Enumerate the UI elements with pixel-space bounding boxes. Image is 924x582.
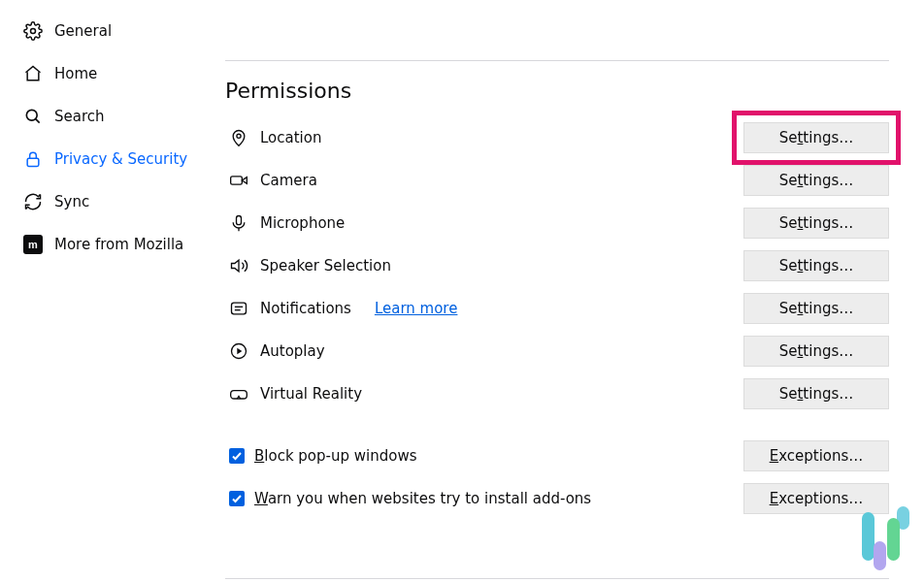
autoplay-settings-button[interactable]: Settings… bbox=[743, 336, 889, 367]
svg-rect-12 bbox=[232, 303, 247, 314]
microphone-settings-button[interactable]: Settings… bbox=[743, 208, 889, 239]
permission-label: Notifications bbox=[260, 300, 351, 317]
mozilla-icon: m bbox=[23, 235, 43, 254]
warn-addons-label: Warn you when websites try to install ad… bbox=[254, 490, 591, 507]
svg-rect-7 bbox=[231, 177, 243, 184]
speaker-settings-button[interactable]: Settings… bbox=[743, 250, 889, 281]
gear-icon bbox=[23, 21, 43, 41]
permission-label: Camera bbox=[260, 172, 317, 189]
sidebar-item-label: More from Mozilla bbox=[54, 236, 183, 253]
lock-icon bbox=[23, 149, 43, 169]
sidebar-item-more-mozilla[interactable]: m More from Mozilla bbox=[0, 223, 225, 266]
permission-row-vr: Virtual Reality Settings… bbox=[225, 372, 889, 415]
permission-label: Autoplay bbox=[260, 342, 325, 360]
checkbox-row-block-popups: Block pop-up windows Exceptions… bbox=[225, 435, 889, 477]
svg-text:m: m bbox=[28, 239, 38, 250]
warn-addons-checkbox[interactable] bbox=[229, 491, 245, 506]
camera-settings-button[interactable]: Settings… bbox=[743, 165, 889, 196]
vr-icon bbox=[229, 384, 248, 404]
sidebar-item-label: Home bbox=[54, 65, 97, 82]
warn-addons-exceptions-button[interactable]: Exceptions… bbox=[743, 483, 889, 514]
sync-icon bbox=[23, 192, 43, 211]
permission-row-camera: Camera Settings… bbox=[225, 159, 889, 202]
sidebar-item-label: Privacy & Security bbox=[54, 150, 187, 168]
sidebar-item-sync[interactable]: Sync bbox=[0, 180, 225, 223]
speaker-icon bbox=[229, 256, 248, 275]
autoplay-icon bbox=[229, 341, 248, 361]
notifications-icon bbox=[229, 299, 248, 318]
search-icon bbox=[23, 107, 43, 126]
svg-marker-8 bbox=[242, 178, 247, 184]
checkbox-row-warn-addons: Warn you when websites try to install ad… bbox=[225, 477, 889, 520]
camera-icon bbox=[229, 171, 248, 190]
highlight-box: Settings… bbox=[743, 122, 889, 153]
permission-row-autoplay: Autoplay Settings… bbox=[225, 330, 889, 372]
location-icon bbox=[229, 128, 248, 147]
section-divider bbox=[225, 60, 889, 61]
block-popups-label: Block pop-up windows bbox=[254, 447, 417, 465]
sidebar: General Home Search Privacy & Security S… bbox=[0, 0, 225, 582]
svg-rect-17 bbox=[231, 391, 248, 399]
svg-point-0 bbox=[31, 29, 36, 34]
home-icon bbox=[23, 64, 43, 83]
svg-rect-3 bbox=[27, 158, 39, 166]
permission-row-location: Location Settings… bbox=[225, 116, 889, 159]
vr-settings-button[interactable]: Settings… bbox=[743, 378, 889, 409]
sidebar-item-search[interactable]: Search bbox=[0, 95, 225, 138]
permission-label: Location bbox=[260, 129, 321, 146]
svg-line-2 bbox=[36, 119, 40, 123]
notifications-learn-more-link[interactable]: Learn more bbox=[375, 300, 458, 317]
location-settings-button[interactable]: Settings… bbox=[743, 122, 889, 153]
svg-point-6 bbox=[237, 134, 241, 138]
sidebar-item-privacy-security[interactable]: Privacy & Security bbox=[0, 138, 225, 180]
permission-label: Microphone bbox=[260, 214, 345, 232]
section-divider bbox=[225, 578, 889, 579]
svg-rect-9 bbox=[237, 216, 242, 225]
block-popups-checkbox[interactable] bbox=[229, 448, 245, 464]
sidebar-item-label: General bbox=[54, 22, 112, 40]
permission-row-notifications: Notifications Learn more Settings… bbox=[225, 287, 889, 330]
svg-point-1 bbox=[26, 110, 37, 120]
permission-row-microphone: Microphone Settings… bbox=[225, 202, 889, 244]
svg-marker-16 bbox=[237, 348, 242, 355]
permission-label: Virtual Reality bbox=[260, 385, 362, 403]
sidebar-item-label: Search bbox=[54, 108, 105, 125]
sidebar-item-home[interactable]: Home bbox=[0, 52, 225, 95]
notifications-settings-button[interactable]: Settings… bbox=[743, 293, 889, 324]
block-popups-exceptions-button[interactable]: Exceptions… bbox=[743, 440, 889, 471]
main-content: Permissions Location Settings… Camera Se… bbox=[225, 0, 924, 582]
sidebar-item-general[interactable]: General bbox=[0, 10, 225, 52]
permission-row-speaker: Speaker Selection Settings… bbox=[225, 244, 889, 287]
permission-label: Speaker Selection bbox=[260, 257, 391, 275]
sidebar-item-label: Sync bbox=[54, 193, 89, 210]
microphone-icon bbox=[229, 213, 248, 233]
permissions-heading: Permissions bbox=[225, 79, 889, 103]
svg-marker-11 bbox=[232, 260, 240, 272]
